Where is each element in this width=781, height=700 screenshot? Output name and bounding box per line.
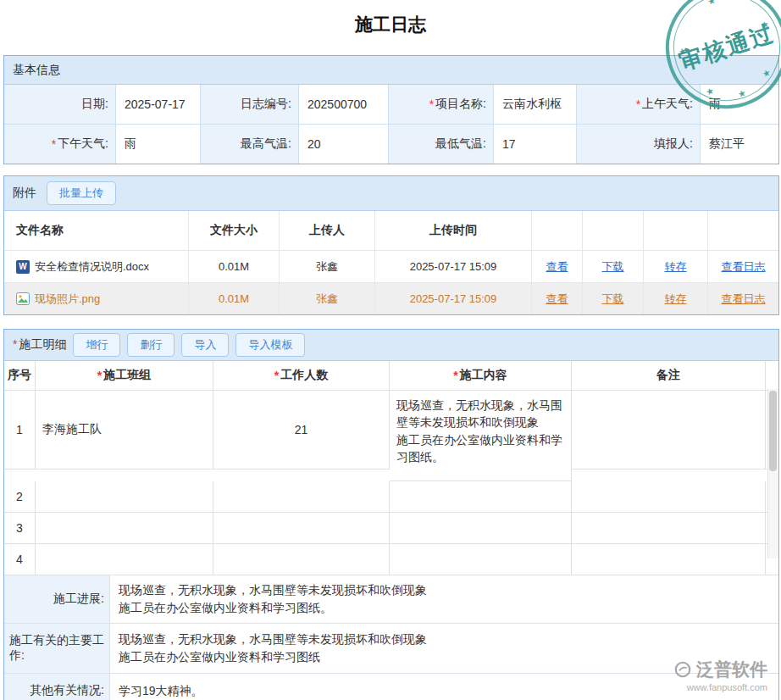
star-icon: ★	[704, 85, 715, 97]
content-cell[interactable]	[390, 513, 572, 544]
vertical-scrollbar[interactable]	[767, 389, 778, 558]
detail-title: 施工明细	[19, 337, 66, 351]
fanpu-logo-icon	[673, 660, 692, 679]
import-button[interactable]: 导入	[181, 333, 229, 357]
vendor-watermark: 泛普软件 www.fanpusoft.com	[673, 658, 767, 692]
row-seq: 1	[4, 391, 36, 469]
main-work-row: 施工有关的主要工作: 现场巡查，无积水现象，水马围壁等未发现损坏和吹倒现象 施工…	[4, 624, 778, 674]
date-label: 日期:	[4, 85, 116, 125]
required-asterisk: *	[429, 97, 434, 111]
row-seq: 2	[4, 481, 36, 513]
note-cell[interactable]	[572, 544, 766, 575]
required-asterisk: *	[453, 369, 457, 382]
note-cell[interactable]	[572, 513, 766, 544]
delete-row-button[interactable]: 删行	[127, 333, 174, 357]
content-cell[interactable]: 现场巡查，无积水现象，水马围壁等未发现损坏和吹倒现象 施工员在办公室做内业资料和…	[390, 391, 572, 481]
detail-section: *施工明细 增行 删行 导入 导入模板 序号 *施工班组 *工作人数 *施工内容…	[3, 329, 779, 700]
import-template-button[interactable]: 导入模板	[235, 333, 305, 357]
project-name-value: 云南水利枢	[494, 85, 577, 125]
scrollbar-thumb[interactable]	[769, 391, 777, 471]
progress-row: 施工进展: 现场巡查，无积水现象，水马围壁等未发现损坏和吹倒现象 施工员在办公室…	[4, 575, 778, 624]
batch-upload-button[interactable]: 批量上传	[47, 181, 116, 205]
download-link[interactable]: 下载	[602, 292, 624, 307]
view-link[interactable]: 查看	[546, 292, 568, 307]
star-icon: ★	[677, 45, 688, 58]
pm-weather-value: 雨	[116, 125, 201, 164]
workers-cell[interactable]: 21	[213, 391, 390, 469]
basic-info-grid: 日期: 2025-07-17 日志编号: 202500700 *项目名称: 云南…	[4, 85, 778, 164]
reporter-label: 填报人:	[577, 125, 701, 164]
team-cell[interactable]	[36, 544, 213, 575]
other-info-label: 其他有关情况:	[4, 674, 110, 700]
col-action-1	[532, 211, 583, 251]
vendor-name: 泛普软件	[696, 658, 767, 681]
content-cell[interactable]	[390, 544, 572, 575]
file-size: 0.01M	[189, 251, 280, 283]
detail-toolbar: *施工明细 增行 删行 导入 导入模板	[4, 330, 778, 361]
team-cell[interactable]	[36, 513, 213, 544]
col-action-3	[644, 211, 708, 251]
view-link[interactable]: 查看	[546, 259, 568, 275]
reporter-value: 蔡江平	[701, 125, 778, 164]
star-icon: ★	[759, 19, 770, 31]
attachments-bar: 附件 批量上传	[4, 176, 778, 211]
note-cell[interactable]	[572, 391, 766, 469]
max-temp-value: 20	[299, 125, 389, 164]
col-file-size: 文件大小	[189, 211, 280, 251]
upload-time: 2025-07-17 15:09	[375, 251, 532, 283]
col-action-4	[708, 211, 778, 251]
basic-info-header: 基本信息	[4, 56, 778, 85]
view-log-link[interactable]: 查看日志	[722, 292, 766, 307]
required-asterisk: *	[97, 369, 102, 382]
workers-cell[interactable]	[213, 513, 390, 544]
star-icon: ★	[761, 67, 772, 80]
uploader: 张鑫	[280, 283, 375, 314]
uploader: 张鑫	[280, 251, 375, 283]
transfer-link[interactable]: 转存	[665, 292, 687, 307]
view-log-link[interactable]: 查看日志	[722, 259, 766, 275]
log-no-label: 日志编号:	[201, 85, 299, 125]
required-asterisk: *	[13, 337, 17, 351]
row-seq: 4	[4, 544, 36, 575]
note-cell[interactable]	[572, 481, 766, 513]
file-size: 0.01M	[189, 283, 280, 314]
workers-cell[interactable]	[213, 544, 390, 575]
upload-time: 2025-07-17 15:09	[375, 283, 532, 314]
col-workers: *工作人数	[213, 361, 390, 391]
word-file-icon: W	[16, 260, 30, 274]
file-name: 现场照片.png	[35, 292, 100, 307]
content-cell[interactable]	[390, 481, 572, 513]
page-title: 施工日志	[0, 0, 781, 36]
table-row-file: W 安全检查情况说明.docx	[4, 251, 189, 283]
team-cell[interactable]	[36, 481, 213, 513]
table-row-file: 现场照片.png	[4, 283, 189, 314]
log-no-value: 202500700	[299, 85, 389, 125]
col-content: *施工内容	[390, 361, 572, 391]
max-temp-label: 最高气温:	[201, 125, 299, 164]
min-temp-value: 17	[494, 125, 577, 164]
col-seq: 序号	[4, 361, 36, 391]
workers-cell[interactable]	[213, 481, 390, 513]
basic-info-section: 基本信息 日期: 2025-07-17 日志编号: 202500700 *项目名…	[3, 55, 779, 164]
progress-value: 现场巡查，无积水现象，水马围壁等未发现损坏和吹倒现象 施工员在办公室做内业资料和…	[110, 575, 778, 623]
col-uploader: 上传人	[280, 211, 375, 251]
attachments-table: 文件名称 文件大小 上传人 上传时间 W 安全检查情况说明.docx 0.01M…	[4, 211, 778, 314]
other-info-row: 其他有关情况: 学习19大精神。	[4, 674, 778, 700]
required-asterisk: *	[274, 369, 279, 382]
download-link[interactable]: 下载	[602, 259, 624, 275]
col-team: *施工班组	[36, 361, 213, 391]
add-row-button[interactable]: 增行	[73, 333, 120, 357]
detail-table: 序号 *施工班组 *工作人数 *施工内容 备注 1 李海施工队 21 现场巡查，…	[4, 361, 778, 575]
attachments-title: 附件	[13, 186, 36, 201]
required-asterisk: *	[52, 137, 56, 151]
file-name: 安全检查情况说明.docx	[35, 259, 149, 275]
vendor-url: www.fanpusoft.com	[673, 682, 767, 692]
team-cell[interactable]: 李海施工队	[36, 391, 213, 469]
transfer-link[interactable]: 转存	[665, 259, 687, 275]
pm-weather-label: *下午天气:	[4, 125, 116, 164]
star-icon: ★	[736, 87, 747, 100]
am-weather-label: *上午天气:	[577, 85, 701, 125]
main-work-label: 施工有关的主要工作:	[4, 624, 110, 673]
col-note: 备注	[572, 361, 766, 391]
min-temp-label: 最低气温:	[389, 125, 494, 164]
